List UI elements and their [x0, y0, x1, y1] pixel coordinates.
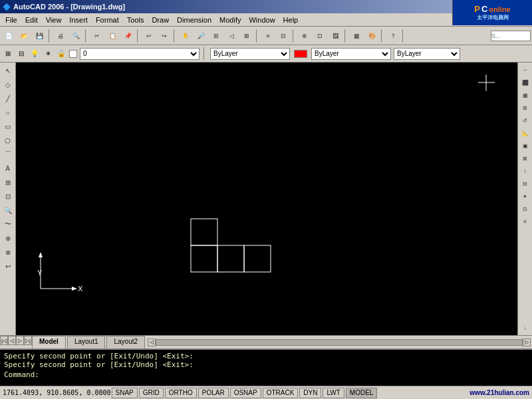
- scroll-left[interactable]: ◁: [148, 338, 156, 346]
- copy-button[interactable]: 📋: [105, 29, 120, 43]
- help-button[interactable]: ?: [386, 29, 400, 43]
- tool-arc[interactable]: ⌒: [1, 148, 15, 161]
- xref-button[interactable]: ⊡: [313, 29, 327, 43]
- color-select[interactable]: ByLayer: [210, 48, 290, 60]
- canvas-area[interactable]: Y X: [16, 63, 517, 335]
- hscrollbar[interactable]: ◁ ▷: [146, 336, 532, 348]
- pan-button[interactable]: ✋: [178, 29, 193, 43]
- tool-insert[interactable]: ⊕: [1, 231, 15, 245]
- layer-props-button[interactable]: ⊞: [3, 49, 13, 59]
- tool-polygon[interactable]: ◇: [1, 78, 15, 91]
- menu-edit[interactable]: Edit: [21, 15, 42, 25]
- redo-button[interactable]: ↪: [157, 29, 172, 43]
- right-btn-9[interactable]: ↕: [519, 165, 531, 177]
- preview-button[interactable]: 🔍: [68, 29, 83, 43]
- tab-nav-last[interactable]: ▷|: [24, 336, 32, 345]
- scroll-right[interactable]: ▷: [523, 338, 531, 346]
- snap-button[interactable]: SNAP: [112, 388, 138, 398]
- tab-model[interactable]: Model: [32, 336, 66, 348]
- right-btn-4[interactable]: ⊞: [519, 102, 531, 114]
- zoom-realtime[interactable]: 🔎: [194, 29, 208, 43]
- tool-spline[interactable]: 〜: [1, 217, 15, 231]
- tool-circle[interactable]: ○: [1, 106, 15, 119]
- zoom-prev[interactable]: ◁: [224, 29, 239, 43]
- tool-line[interactable]: ╱: [1, 92, 15, 105]
- properties-button[interactable]: ≡: [261, 29, 275, 43]
- zoom-window[interactable]: ⊞: [209, 29, 223, 43]
- layer-prev-button[interactable]: ⊟: [16, 49, 27, 59]
- sep7: [344, 29, 347, 43]
- tool-attdef[interactable]: ⊗: [1, 245, 15, 259]
- right-btn-13[interactable]: ≡: [519, 215, 531, 227]
- right-btn-7[interactable]: ▣: [519, 140, 531, 152]
- menu-dimension[interactable]: Dimension: [173, 15, 215, 25]
- tab-nav-prev[interactable]: ◁: [8, 336, 16, 345]
- right-btn-1[interactable]: ↔: [519, 64, 531, 76]
- tab-layout2[interactable]: Layout2: [106, 336, 145, 348]
- tab-nav-next[interactable]: ▷: [16, 336, 24, 345]
- tab-nav-first[interactable]: |◁: [0, 336, 8, 345]
- command-area: Specify second point or [Exit/Undo] <Exi…: [0, 348, 532, 386]
- match-properties[interactable]: ⊟: [276, 29, 291, 43]
- polar-button[interactable]: POLAR: [198, 388, 229, 398]
- menu-insert[interactable]: Insert: [65, 15, 92, 25]
- model-button[interactable]: MODEL: [346, 388, 378, 398]
- tool-undo-draw[interactable]: ↩: [1, 259, 15, 273]
- tool-text[interactable]: A: [1, 162, 15, 175]
- tool-rectangle[interactable]: ▭: [1, 120, 15, 133]
- tool-hatch[interactable]: ⊞: [1, 176, 15, 189]
- color-button[interactable]: 🎨: [364, 29, 379, 43]
- undo-button[interactable]: ↩: [142, 29, 156, 43]
- menu-help[interactable]: Help: [279, 15, 303, 25]
- command-line2: Specify second point or [Exit/Undo] <Exi…: [4, 360, 528, 369]
- scroll-track[interactable]: [156, 339, 523, 346]
- command-prompt: Command:: [4, 370, 39, 379]
- ortho-button[interactable]: ORTHO: [165, 388, 197, 398]
- linetype-select[interactable]: ByLayer: [311, 48, 391, 60]
- tool-zoom[interactable]: 🔍: [1, 203, 15, 217]
- command-input[interactable]: [42, 370, 528, 379]
- right-btn-2[interactable]: ⬛: [519, 76, 531, 88]
- right-btn-10[interactable]: ⊟: [519, 178, 531, 190]
- layer-select[interactable]: 0: [80, 48, 200, 60]
- lineweight-select[interactable]: ByLayer: [394, 48, 460, 60]
- search-input[interactable]: [491, 31, 531, 41]
- main-area: ↖ ◇ ╱ ○ ▭ ⬠ ⌒ A ⊞ ⊡ 🔍 〜 ⊕ ⊗ ↩: [0, 63, 532, 335]
- save-button[interactable]: 💾: [32, 29, 47, 43]
- right-btn-5[interactable]: ↺: [519, 114, 531, 126]
- tool-region[interactable]: ⊡: [1, 190, 15, 203]
- print-button[interactable]: 🖨: [53, 29, 68, 43]
- right-btn-bottom[interactable]: ↓: [519, 322, 531, 334]
- menu-view[interactable]: View: [42, 15, 66, 25]
- new-button[interactable]: 📄: [1, 29, 16, 43]
- tab-layout1[interactable]: Layout1: [67, 336, 106, 348]
- insert-block[interactable]: ⊕: [297, 29, 312, 43]
- zoom-extent[interactable]: ⊠: [239, 29, 254, 43]
- tool-select[interactable]: ↖: [1, 64, 15, 77]
- menu-draw[interactable]: Draw: [148, 15, 173, 25]
- right-btn-11[interactable]: ✦: [519, 190, 531, 202]
- menu-modify[interactable]: Modify: [215, 15, 245, 25]
- open-button[interactable]: 📂: [17, 29, 31, 43]
- right-btn-8[interactable]: ⊠: [519, 152, 531, 164]
- menu-window[interactable]: Window: [245, 15, 279, 25]
- cut-button[interactable]: ✂: [90, 29, 104, 43]
- paste-button[interactable]: 📌: [120, 29, 135, 43]
- image-button[interactable]: 🖼: [328, 29, 342, 43]
- lwt-button[interactable]: LWT: [323, 388, 344, 398]
- right-btn-12[interactable]: ⊡: [519, 203, 531, 215]
- menu-tools[interactable]: Tools: [123, 15, 148, 25]
- grid-button[interactable]: GRID: [139, 388, 164, 398]
- right-btn-3[interactable]: ▦: [519, 89, 531, 101]
- sep8: [381, 29, 384, 43]
- menu-format[interactable]: Format: [92, 15, 123, 25]
- right-btn-6[interactable]: 📐: [519, 127, 531, 139]
- layer-button[interactable]: ▦: [349, 29, 364, 43]
- otrack-button[interactable]: OTRACK: [263, 388, 299, 398]
- osnap-button[interactable]: OSNAP: [230, 388, 261, 398]
- titlebar-title: AutoCAD 2006 - [Drawing1.dwg]: [13, 3, 125, 11]
- menu-file[interactable]: File: [1, 15, 21, 25]
- tool-polyline[interactable]: ⬠: [1, 134, 15, 147]
- layer-freeze-icon: ☀: [43, 49, 53, 59]
- dyn-button[interactable]: DYN: [299, 388, 321, 398]
